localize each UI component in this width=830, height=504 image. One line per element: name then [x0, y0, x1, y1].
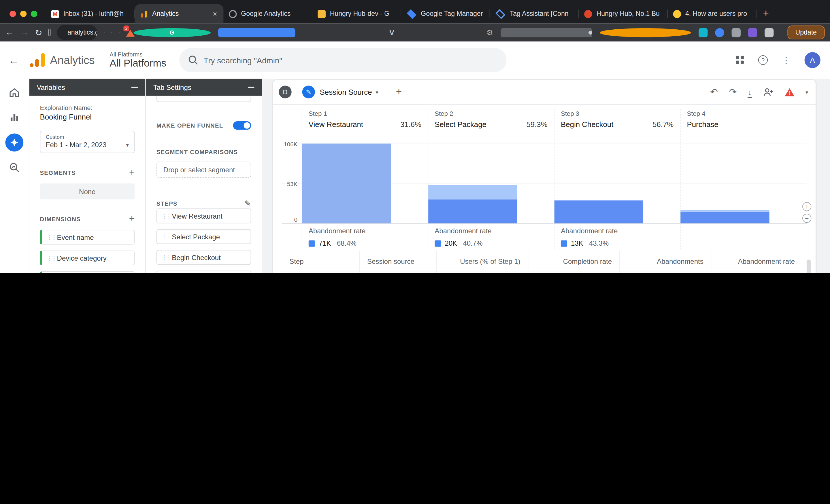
- funnel-bar-segment[interactable]: [428, 199, 517, 224]
- add-segment-button[interactable]: +: [129, 167, 135, 178]
- update-browser-button[interactable]: Update: [787, 26, 825, 39]
- funnel-bar-segment[interactable]: [428, 185, 517, 198]
- help-icon[interactable]: ?: [758, 55, 768, 65]
- extension-icon[interactable]: [501, 28, 592, 37]
- forward-button[interactable]: →: [20, 28, 29, 37]
- extension-icon[interactable]: V: [302, 28, 394, 37]
- browser-tab-hungryhub-dev[interactable]: Hungry Hub-dev - G: [312, 4, 401, 23]
- download-icon[interactable]: ↓: [748, 88, 752, 97]
- funnel-bar[interactable]: [428, 185, 517, 223]
- column-header[interactable]: Abandonments: [619, 251, 711, 272]
- browser-tab-analytics-active[interactable]: Analytics ×: [135, 4, 223, 23]
- extension-icon[interactable]: [699, 28, 707, 37]
- extension-icon[interactable]: [600, 28, 691, 37]
- funnel-bar-segment[interactable]: [680, 211, 769, 224]
- advertising-icon[interactable]: [8, 161, 21, 174]
- segment-drop-zone[interactable]: Drop or select segment: [157, 162, 251, 177]
- extension-icon[interactable]: [748, 28, 757, 37]
- column-header[interactable]: Completion rate: [528, 251, 619, 272]
- minimize-panel-icon[interactable]: [248, 87, 254, 88]
- column-header[interactable]: Step: [282, 251, 359, 272]
- chevron-down-icon[interactable]: ▾: [376, 89, 378, 95]
- open-funnel-toggle[interactable]: [233, 121, 251, 130]
- zoom-out-icon[interactable]: [104, 28, 105, 37]
- drag-handle-icon[interactable]: ⋮⋮: [161, 212, 167, 220]
- zoom-in-button[interactable]: +: [802, 202, 811, 211]
- chevron-down-icon[interactable]: ▾: [805, 89, 808, 95]
- data-warning-icon[interactable]: !: [785, 88, 794, 96]
- redo-icon[interactable]: ↷: [729, 87, 737, 98]
- step-item-label: Begin Checkout: [172, 254, 220, 262]
- browser-tab-tag-assistant[interactable]: Tag Assistant [Conn: [490, 4, 579, 23]
- home-icon[interactable]: [8, 86, 21, 99]
- extension-icon[interactable]: ⚙: [402, 28, 493, 37]
- browser-tab-tag-manager[interactable]: Google Tag Manager: [401, 4, 490, 23]
- drag-handle-icon[interactable]: ⋮⋮: [46, 234, 53, 240]
- date-range-picker[interactable]: Custom Feb 1 - Mar 2, 2023 ▾: [40, 131, 135, 153]
- funnel-bar-segment[interactable]: [302, 143, 391, 223]
- reports-icon[interactable]: [8, 111, 21, 124]
- search-input[interactable]: [179, 48, 506, 72]
- extension-icon[interactable]: [715, 28, 724, 37]
- browser-tab-gmail[interactable]: M Inbox (31) - luthfi@h: [46, 4, 135, 23]
- edit-steps-icon[interactable]: ✎: [245, 199, 251, 208]
- drag-handle-icon[interactable]: ⋮⋮: [46, 254, 53, 261]
- add-sheet-button[interactable]: +: [396, 86, 402, 98]
- url-bar[interactable]: analytics.google.com/analytics/web/?auth…: [57, 25, 98, 40]
- back-button[interactable]: ←: [5, 28, 14, 37]
- explore-icon-selected[interactable]: [5, 133, 23, 152]
- dimension-item[interactable]: ⋮⋮Session source: [40, 271, 135, 273]
- app-back-button[interactable]: ←: [0, 54, 21, 66]
- browser-tab-google-analytics[interactable]: Google Analytics: [223, 4, 312, 23]
- dimension-item[interactable]: ⋮⋮Event name: [40, 230, 135, 245]
- extension-icon[interactable]: [731, 28, 740, 37]
- abandonment-label: Abandonment rate: [435, 227, 491, 235]
- funnel-bar[interactable]: [680, 210, 769, 223]
- reload-button[interactable]: ↻: [35, 27, 42, 37]
- close-window-button[interactable]: [9, 11, 16, 17]
- drag-handle-icon[interactable]: ⋮⋮: [161, 254, 167, 261]
- drag-handle-icon[interactable]: ⋮⋮: [161, 233, 167, 240]
- extension-icon[interactable]: [764, 28, 773, 37]
- funnel-bar[interactable]: [554, 200, 643, 223]
- minimize-panel-icon[interactable]: [131, 87, 138, 88]
- edit-tab-icon[interactable]: ✎: [302, 86, 315, 98]
- bookmark-icon[interactable]: [49, 29, 51, 36]
- extension-icon[interactable]: G: [133, 28, 211, 37]
- maximize-window-button[interactable]: [31, 11, 37, 17]
- funnel-bar-segment[interactable]: [554, 200, 643, 223]
- sheet-tab-title[interactable]: Session Source: [320, 88, 372, 97]
- minimize-window-button[interactable]: [20, 11, 27, 17]
- share-users-icon[interactable]: [763, 87, 773, 97]
- undo-icon[interactable]: ↶: [710, 87, 718, 98]
- add-dimension-button[interactable]: +: [129, 213, 135, 224]
- column-header[interactable]: Users (% of Step 1): [436, 251, 528, 272]
- account-switcher[interactable]: All Platforms All Platforms: [109, 51, 166, 69]
- browser-tab-doc[interactable]: 4. How are users pro: [668, 4, 757, 23]
- column-header[interactable]: Session source: [359, 251, 436, 272]
- kebab-menu-icon[interactable]: ⋮: [781, 55, 791, 66]
- step-item[interactable]: ⋮⋮Select Package: [157, 229, 251, 244]
- zoom-out-button[interactable]: −: [802, 214, 811, 223]
- table-row[interactable]: 1. View Restaurant Total 103,742 (100.0%…: [282, 272, 802, 273]
- shield-icon[interactable]: [119, 28, 119, 37]
- browser-tab-hungryhub[interactable]: Hungry Hub, No.1 Bu: [579, 4, 668, 23]
- funnel-bar[interactable]: [302, 143, 391, 223]
- diagnostics-grid-icon[interactable]: [736, 56, 744, 65]
- tag-warning-icon[interactable]: 3: [126, 28, 127, 37]
- exploration-name-value[interactable]: Booking Funnel: [40, 112, 135, 121]
- new-tab-button[interactable]: +: [757, 7, 775, 23]
- step-item[interactable]: ⋮⋮Begin Checkout: [157, 250, 251, 265]
- step-completion-rate: 31.6%: [400, 120, 421, 129]
- step-item[interactable]: ⋮⋮View Restaurant: [157, 208, 251, 224]
- step-item[interactable]: ⋮⋮Purchase: [157, 271, 251, 273]
- extension-icon[interactable]: [218, 28, 295, 37]
- dimension-item[interactable]: ⋮⋮Device category: [40, 250, 135, 266]
- column-header[interactable]: Abandonment rate: [711, 251, 803, 272]
- close-tab-icon[interactable]: ×: [212, 9, 218, 18]
- share-icon[interactable]: [111, 28, 112, 37]
- dimension-label: Event name: [57, 233, 94, 241]
- scrollbar[interactable]: [807, 260, 811, 273]
- segment-comparisons-label: SEGMENT COMPARISONS: [157, 149, 238, 155]
- avatar[interactable]: A: [804, 52, 820, 68]
